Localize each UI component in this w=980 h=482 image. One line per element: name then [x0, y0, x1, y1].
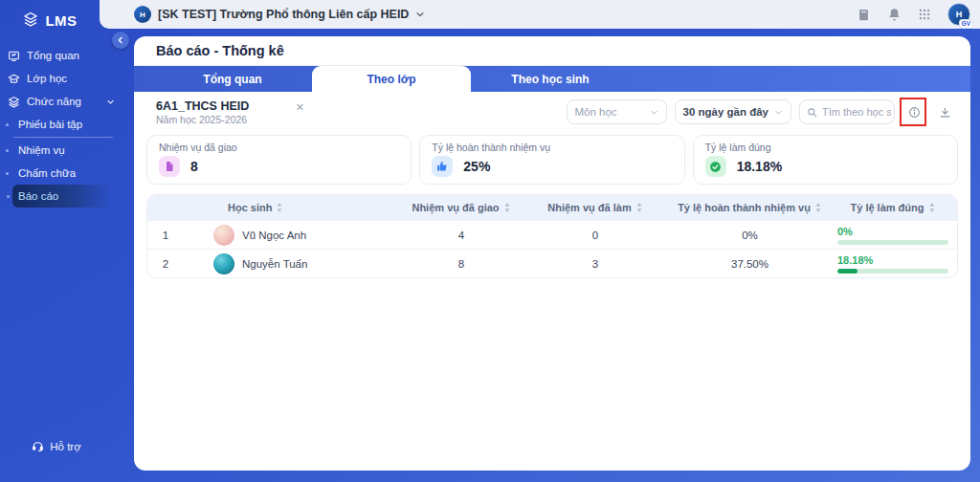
chevron-down-icon [106, 98, 115, 106]
headset-icon [32, 440, 44, 452]
support-label: Hỗ trợ [50, 441, 80, 452]
done-count: 0 [528, 230, 662, 241]
sidebar-subitem-label: Chấm chữa [18, 167, 76, 179]
thumbs-up-icon [432, 156, 453, 177]
sidebar-subitem-phieu-bai-tap[interactable]: Phiếu bài tập [0, 113, 113, 136]
layers-icon [8, 96, 20, 108]
completion-rate: 37.50% [662, 258, 837, 270]
info-button[interactable] [902, 99, 925, 124]
class-name: 6A1_THCS HEID [156, 99, 249, 114]
table-header: Học sinh Nhiệm vụ đã giao Nhiệm vụ đã là… [147, 195, 957, 220]
sort-icon [928, 203, 936, 212]
assigned-count: 8 [394, 258, 528, 270]
tab-theo-hoc-sinh[interactable]: Theo học sinh [471, 66, 630, 92]
page-title: Báo cáo - Thống kê [134, 36, 970, 66]
search-input[interactable] [822, 106, 891, 118]
progress-bar [837, 240, 948, 245]
notification-bell-icon[interactable] [887, 8, 902, 22]
sidebar-subitem-label: Phiếu bài tập [18, 119, 82, 130]
sidebar-item-chuc-nang[interactable]: Chức năng [0, 90, 124, 113]
support-button[interactable]: Hỗ trợ [0, 440, 113, 452]
sidebar: LMS Tổng quan Lớp học Chức năng [0, 0, 124, 482]
subject-select[interactable]: Môn học [567, 99, 667, 124]
download-icon [939, 106, 951, 119]
row-index: 2 [147, 258, 184, 270]
tab-content: 6A1_THCS HEID Năm học 2025-2026 ✕ Môn họ… [134, 92, 970, 278]
sidebar-item-label: Tổng quan [27, 50, 79, 61]
completion-rate: 0% [662, 230, 837, 241]
date-range-select[interactable]: 30 ngày gần đây [675, 99, 791, 124]
main-content-card: Báo cáo - Thống kê Tổng quan Theo lớp Th… [134, 36, 970, 471]
tab-bar: Tổng quan Theo lớp Theo học sinh [134, 66, 970, 92]
school-selector[interactable]: H [SK TEST] Trường Phổ thông Liên cấp HE… [134, 6, 425, 23]
sidebar-collapse-button[interactable] [112, 32, 129, 49]
progress-bar [837, 269, 948, 274]
document-icon [159, 156, 180, 177]
role-badge: GV [959, 19, 973, 29]
student-name: Nguyễn Tuấn [242, 258, 307, 270]
student-avatar [213, 225, 234, 246]
app-grid-icon[interactable] [918, 8, 931, 21]
sidebar-item-label: Chức năng [27, 96, 81, 107]
topbar: H [SK TEST] Trường Phổ thông Liên cấp HE… [100, 0, 980, 29]
sidebar-nav: Tổng quan Lớp học Chức năng Phiếu bài tậ… [0, 44, 124, 208]
chevron-down-icon [774, 108, 783, 117]
student-search [799, 99, 895, 124]
sort-icon [635, 203, 643, 212]
sidebar-subitem-cham-chua[interactable]: Chấm chữa [0, 162, 113, 185]
table-row[interactable]: 2 Nguyễn Tuấn 8 3 37.50% 18.18% [147, 249, 957, 277]
filter-bar: Môn học 30 ngày gần đây [567, 99, 956, 124]
graduation-cap-icon [8, 73, 20, 85]
chevron-down-icon [415, 10, 425, 19]
column-header-student[interactable]: Học sinh [184, 202, 394, 213]
column-header-completion[interactable]: Tỷ lệ hoàn thành nhiệm vụ [662, 202, 837, 213]
done-count: 3 [528, 258, 662, 270]
table-row[interactable]: 1 Vũ Ngọc Anh 4 0 0% 0% [147, 220, 957, 249]
sidebar-subitem-nhiem-vu[interactable]: Nhiệm vụ [0, 139, 113, 162]
sidebar-subitem-label: Báo cáo [18, 190, 58, 202]
lms-logo-icon [22, 11, 39, 29]
students-table: Học sinh Nhiệm vụ đã giao Nhiệm vụ đã là… [146, 194, 958, 278]
sidebar-subitem-bao-cao[interactable]: Báo cáo [12, 185, 113, 208]
sort-icon [503, 203, 511, 212]
column-header-assigned[interactable]: Nhiệm vụ đã giao [394, 202, 528, 213]
assigned-count: 4 [394, 230, 528, 241]
topbar-actions: H GV [857, 3, 970, 26]
check-circle-icon [705, 156, 726, 177]
tab-theo-lop[interactable]: Theo lớp [312, 66, 471, 92]
chevron-left-icon [117, 36, 124, 44]
stat-label: Tỷ lệ hoàn thành nhiệm vụ [432, 142, 672, 153]
chevron-down-icon [650, 108, 658, 117]
stat-card-completion: Tỷ lệ hoàn thành nhiệm vụ 25% [419, 135, 684, 185]
school-logo: H [134, 6, 151, 23]
sidebar-divider [13, 137, 113, 138]
sidebar-subitem-label: Nhiệm vụ [18, 144, 65, 156]
search-icon [807, 107, 817, 118]
school-name: [SK TEST] Trường Phổ thông Liên cấp HEID [158, 8, 409, 21]
app-logo: LMS [0, 0, 100, 40]
close-icon[interactable]: ✕ [296, 101, 304, 126]
sort-icon [814, 203, 822, 212]
info-icon [908, 106, 921, 119]
correct-rate-label: 18.18% [837, 254, 948, 266]
user-avatar[interactable]: H GV [947, 3, 970, 26]
dashboard-icon [8, 50, 20, 62]
sidebar-item-label: Lớp học [27, 73, 67, 84]
stat-card-correct: Tỷ lệ làm đúng 18.18% [693, 135, 958, 185]
column-header-done[interactable]: Nhiệm vụ đã làm [528, 202, 662, 213]
sidebar-item-tong-quan[interactable]: Tổng quan [0, 44, 124, 67]
sort-icon [276, 203, 283, 212]
column-header-correct[interactable]: Tỷ lệ làm đúng [837, 202, 956, 213]
stat-label: Nhiệm vụ đã giao [159, 142, 399, 153]
handbook-icon[interactable] [857, 8, 871, 22]
download-button[interactable] [933, 99, 956, 124]
tab-tong-quan[interactable]: Tổng quan [153, 66, 312, 92]
stats-row: Nhiệm vụ đã giao 8 Tỷ lệ hoàn thành nhiệ… [146, 135, 958, 185]
subject-select-placeholder: Môn học [575, 106, 617, 118]
class-year: Năm học 2025-2026 [156, 114, 249, 126]
correct-rate-label: 0% [837, 226, 948, 237]
stat-value: 8 [190, 159, 198, 174]
date-range-value: 30 ngày gần đây [683, 106, 768, 118]
sidebar-item-lop-hoc[interactable]: Lớp học [0, 67, 124, 90]
stat-label: Tỷ lệ làm đúng [705, 142, 946, 153]
